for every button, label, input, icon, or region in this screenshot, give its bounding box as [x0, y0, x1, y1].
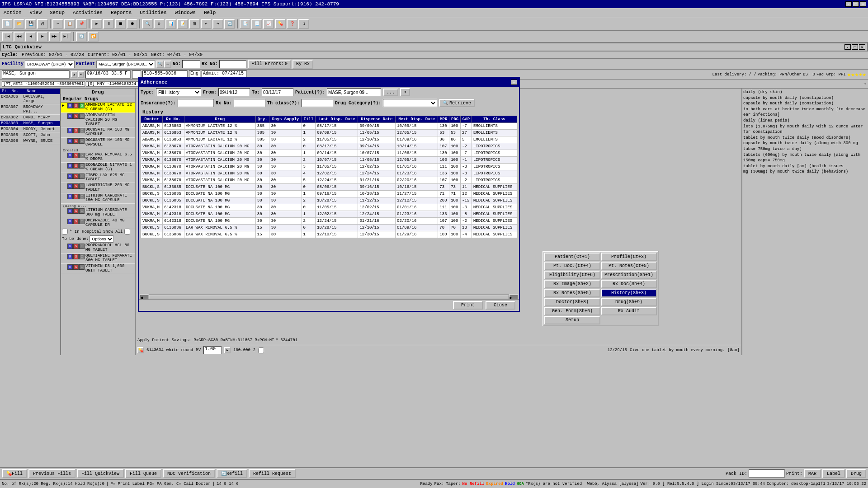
menu-reports[interactable]: Reports: [109, 9, 133, 16]
close-dialog-btn[interactable]: Close: [486, 301, 515, 310]
tb-b1[interactable]: ▶: [91, 19, 102, 29]
type-select[interactable]: Fill History: [156, 88, 201, 96]
tb-d3[interactable]: 📈: [263, 19, 274, 29]
table-row[interactable]: BUCKL,S6136036EAR WAX REMOVAL 6.5 %15301…: [141, 231, 517, 238]
tb-b2[interactable]: ⏸: [103, 19, 114, 29]
pack-id-field[interactable]: [749, 469, 785, 478]
table-row[interactable]: VUKMA,M6138670ATORVASTATIN CALCIUM 20 MG…: [141, 164, 517, 170]
facility-select[interactable]: BROADWAY (BROA): [25, 60, 75, 68]
refill-btn[interactable]: 🔄 Refill: [217, 469, 247, 478]
drug-item-docusate2[interactable]: R S □ DOCUSATE NA 100 MG CAPSULE: [61, 138, 135, 148]
drug-item-ammonium[interactable]: ▶ R S G AMMONIUM LACTATE 12 % CREAM (G): [61, 103, 135, 113]
table-row[interactable]: ADAMS,M6136853AMMONIUM LACTATE 12 %38530…: [141, 136, 517, 143]
tb-save[interactable]: 💾: [25, 19, 36, 29]
table-row[interactable]: VUKMA,M6142318DOCUSATE NA 100 MG3030011/…: [141, 204, 517, 211]
ndc-btn[interactable]: NDC Verification: [163, 469, 215, 478]
drug-item-docusate1[interactable]: R S □ DOCUSATE NA 100 MG CAPSULE: [61, 127, 135, 138]
close-btn[interactable]: ×: [860, 1, 866, 7]
menu-help[interactable]: Help: [202, 9, 217, 16]
drug-btn[interactable]: Drug: [846, 469, 866, 478]
th-class-input[interactable]: [302, 99, 333, 107]
dialog-close-btn[interactable]: ×: [511, 80, 517, 85]
ctx-gen-form[interactable]: Gen. Form(Sh+6): [544, 307, 600, 315]
nav-first[interactable]: |◀: [2, 32, 13, 42]
ctx-rx-audit[interactable]: Rx Audit: [601, 307, 657, 315]
drug-item-propranolol[interactable]: R S □ PROPRANOLOL HCL 80 MG TABLET: [61, 243, 135, 253]
drug-item-atorvastatin[interactable]: R S □ ATORVASTATIN CALCIUM 20 MG TABLET: [61, 113, 135, 128]
fill-errors-btn[interactable]: Fill Errors: 0: [248, 60, 291, 69]
tb-d4[interactable]: 💊: [275, 19, 286, 29]
patient-row[interactable]: BROA008 WAYNE, BRUCE: [0, 138, 60, 144]
tb-cut[interactable]: ✂: [52, 19, 63, 29]
tb-c3[interactable]: 📊: [165, 19, 176, 29]
fill-queue-btn[interactable]: Fill Queue: [125, 469, 161, 478]
table-row[interactable]: VUKMA,M6138670ATORVASTATIN CALCIUM 20 MG…: [141, 143, 517, 150]
tb-c6[interactable]: ↩: [201, 19, 212, 29]
rx-check[interactable]: [258, 347, 264, 353]
menu-activities[interactable]: Activities: [71, 9, 104, 16]
tb-c1[interactable]: 🔍: [142, 19, 153, 29]
patient-row-selected[interactable]: BROA003 MASE, Surgon: [0, 121, 60, 127]
rx-no-dialog-input[interactable]: [234, 99, 265, 107]
tb-print[interactable]: 🖨: [37, 19, 48, 29]
nav-prev[interactable]: ◀◀: [14, 32, 24, 42]
fill-btn[interactable]: 💊 Fill: [2, 469, 27, 478]
print-btn[interactable]: Print: [453, 301, 483, 310]
tb-d1[interactable]: 📑: [240, 19, 250, 29]
drug-item-omeprazole[interactable]: R S □ OMEPRAZOLE 40 MG CAPSULE DR: [61, 218, 135, 229]
patient-row[interactable]: BROA002 DANO, MERRY: [0, 115, 60, 121]
ctx-rx-image[interactable]: Rx Image(Sh+2): [544, 280, 600, 288]
nav-next[interactable]: ▶▶: [49, 32, 60, 42]
no-field[interactable]: [182, 60, 200, 68]
patient-row[interactable]: BROA007 BROADWAY PPI...: [0, 104, 60, 115]
tb-open[interactable]: 📂: [14, 19, 24, 29]
scroll-track[interactable]: [149, 295, 509, 299]
table-row[interactable]: ADAMS,M6136853AMMONIUM LACTATE 12 %38530…: [141, 123, 517, 130]
maximize-btn[interactable]: □: [853, 1, 859, 7]
menu-utilities[interactable]: Utilities: [138, 9, 168, 16]
table-row[interactable]: ADAMS,M6136853AMMONIUM LACTATE 12 %38530…: [141, 130, 517, 136]
show-all-check[interactable]: [124, 229, 130, 235]
nav-last[interactable]: ▶|: [61, 32, 71, 42]
drug-item-quetiapine[interactable]: R S □ QUETIAPINE FUMARATE 300 MG TABLET: [61, 253, 135, 264]
arrow-down[interactable]: ▼: [78, 71, 84, 78]
ctx-profile[interactable]: Profile(Ct+3): [601, 253, 657, 261]
drug-item-vitamind[interactable]: R S □ VITAMIN D3 1,000 UNIT TABLET: [61, 264, 135, 274]
retrieve-btn[interactable]: 🔍 Retrieve: [439, 99, 475, 107]
patient-edit-btn[interactable]: ✏: [164, 61, 171, 68]
tb-b4[interactable]: ⏺: [127, 19, 137, 29]
ltc-minimize[interactable]: -: [844, 44, 851, 50]
table-row[interactable]: BUCKL,S6136036EAR WAX REMOVAL 6.5 %15300…: [141, 225, 517, 231]
rx-no-field[interactable]: [219, 60, 246, 68]
table-row[interactable]: VUKMA,M6138670ATORVASTATIN CALCIUM 20 MG…: [141, 157, 517, 164]
tb-c5[interactable]: 🗑: [189, 19, 200, 29]
minimize-btn[interactable]: -: [845, 1, 852, 7]
patient-select[interactable]: MASE, Surgon (BROA00...: [96, 60, 155, 68]
tb-new[interactable]: 📄: [2, 19, 13, 29]
table-row[interactable]: BUCKL,S6136035DOCUSATE NA 100 MG3030210/…: [141, 197, 517, 204]
nav-r1[interactable]: 🔃: [76, 32, 87, 42]
from-date-input[interactable]: [218, 88, 250, 96]
table-row[interactable]: VUKMA,M6138670ATORVASTATIN CALCIUM 20 MG…: [141, 150, 517, 157]
tb-d5[interactable]: ❓: [287, 19, 297, 29]
rx-arrow[interactable]: ▶: [224, 347, 231, 353]
tb-d6[interactable]: ℹ: [298, 19, 309, 29]
table-row[interactable]: VUKMA,M6138670ATORVASTATIN CALCIUM 20 MG…: [141, 177, 517, 184]
horizontal-scrollbar[interactable]: ◀ ▶: [139, 294, 519, 299]
ctx-rx-notes[interactable]: Rx Notes(Sh+5): [544, 289, 600, 297]
ctx-pt-doc[interactable]: Pt. Doc.(Ct+4): [544, 262, 600, 270]
refill-request-btn[interactable]: Refill Request: [249, 469, 296, 478]
prev-fills-btn[interactable]: Previous Fills: [28, 469, 75, 478]
options-select[interactable]: Options: [90, 235, 114, 243]
drug-item-lithium150[interactable]: R S □ LITHIUM CARBONATE 150 MG CAPSULE: [61, 193, 135, 204]
ctx-doctor[interactable]: Doctor(Sh+8): [544, 298, 600, 306]
drug-item-ear[interactable]: R S ▷ EAR WAX REMOVAL 6.5 % DROPS: [61, 152, 135, 163]
patient-input[interactable]: [327, 88, 381, 96]
patient-search-btn[interactable]: 🔍: [156, 61, 164, 68]
insurance-input[interactable]: [178, 99, 214, 107]
scroll-left[interactable]: ◀: [140, 295, 149, 299]
patient-row[interactable]: BROA005 SCOTT, John: [0, 132, 60, 138]
drug-item-lithium300[interactable]: R S □ LITHIUM CARBONATE 300 mg TABLET: [61, 208, 135, 218]
ctx-rx-doc[interactable]: Rx Doc(Sh+4): [601, 280, 657, 288]
drug-item-econazole[interactable]: R S □ ECONAZOLE NITRATE 1 % CREAM (G): [61, 163, 135, 173]
